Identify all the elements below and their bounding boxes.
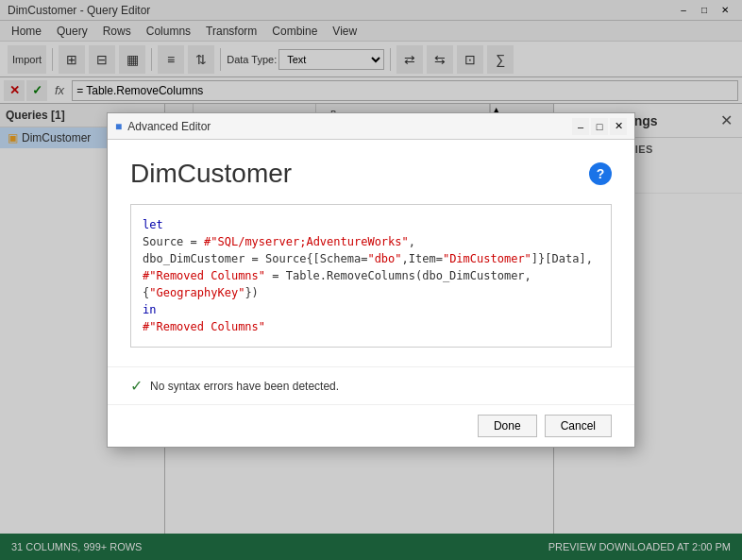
modal-title: ■ Advanced Editor (115, 120, 211, 133)
modal-maximize-button[interactable]: □ (591, 118, 608, 135)
code-line-5: in (143, 301, 599, 318)
modal-body: DimCustomer ? let Source = #"SQL/myserve… (108, 140, 634, 366)
code-line-4: #"Removed Columns" = Table.RemoveColumns… (143, 267, 599, 301)
modal-minimize-button[interactable]: – (572, 118, 589, 135)
modal-title-bar: ■ Advanced Editor – □ ✕ (108, 113, 634, 140)
modal-controls: – □ ✕ (572, 118, 627, 135)
done-button[interactable]: Done (478, 415, 537, 437)
code-line-1: let (143, 216, 599, 233)
modal-close-button[interactable]: ✕ (610, 118, 627, 135)
code-line-3: dbo_DimCustomer = Source{[Schema="dbo",I… (143, 250, 599, 267)
modal-overlay: ■ Advanced Editor – □ ✕ DimCustomer ? le… (0, 0, 742, 560)
code-editor[interactable]: let Source = #"SQL/myserver;AdventureWor… (130, 204, 612, 348)
status-check-icon: ✓ (130, 377, 143, 395)
modal-query-name: DimCustomer (130, 159, 292, 189)
cancel-button[interactable]: Cancel (545, 415, 612, 437)
modal-footer: Done Cancel (108, 404, 634, 447)
code-line-2: Source = #"SQL/myserver;AdventureWorks", (143, 233, 599, 250)
modal-status: ✓ No syntax errors have been detected. (108, 366, 634, 404)
status-text: No syntax errors have been detected. (150, 380, 339, 393)
code-line-6: #"Removed Columns" (143, 318, 599, 335)
modal-query-title: DimCustomer ? (130, 159, 612, 189)
modal-title-icon: ■ (115, 120, 122, 133)
advanced-editor-modal: ■ Advanced Editor – □ ✕ DimCustomer ? le… (107, 112, 635, 448)
help-icon[interactable]: ? (589, 162, 612, 185)
modal-title-text: Advanced Editor (127, 120, 211, 133)
